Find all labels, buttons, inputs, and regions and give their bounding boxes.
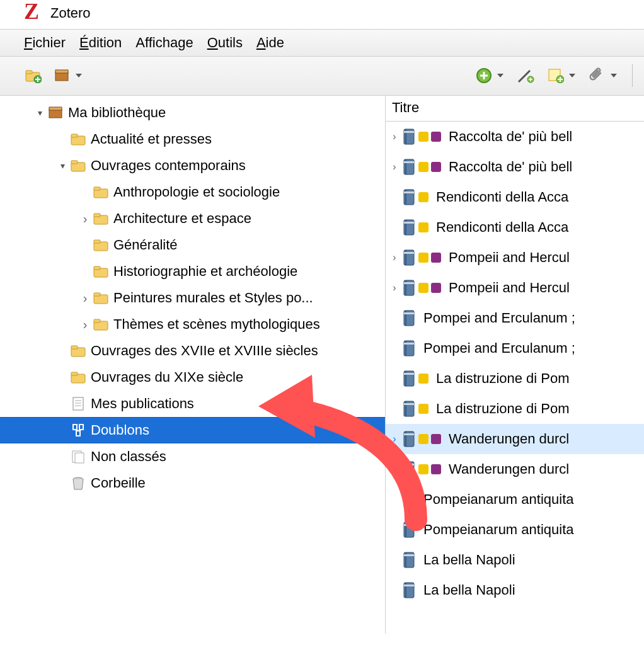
chevron-right-icon[interactable]: › — [79, 292, 91, 304]
item-title: Pompeii and Hercul — [449, 249, 570, 266]
item-row[interactable]: ›Pompei and Erculanum ; — [386, 333, 644, 363]
tree-row[interactable]: Doublons — [0, 417, 385, 443]
menu-outils[interactable]: Outils — [207, 35, 243, 51]
tag-yellow-icon — [418, 132, 428, 142]
folder-icon — [93, 317, 110, 332]
item-row[interactable]: ›Rendiconti della Acca — [386, 182, 644, 212]
svg-rect-4 — [55, 70, 68, 73]
library-tree: ▾ Ma bibliothèque Actualité et presses▾O… — [0, 96, 386, 634]
menu-fichier[interactable]: Fichier — [24, 35, 66, 51]
chevron-right-icon[interactable]: › — [388, 131, 401, 142]
attach-button[interactable] — [585, 66, 619, 86]
item-row[interactable]: ›Pompeii and Hercul — [386, 273, 644, 303]
svg-rect-91 — [404, 585, 414, 586]
item-row[interactable]: ›La distruzione di Pom — [386, 394, 644, 424]
caret-down-icon — [76, 74, 82, 77]
item-row[interactable]: ›Pompeianarum antiquita — [386, 515, 644, 545]
svg-rect-79 — [404, 464, 414, 465]
tree-label: Ouvrages des XVIIe et XVIIIe siècles — [91, 343, 318, 359]
tree-label: Ouvrages contemporains — [91, 157, 246, 174]
item-row[interactable]: ›La distruzione di Pom — [386, 363, 644, 394]
wand-button[interactable] — [514, 66, 538, 86]
tag-purple-icon — [431, 162, 441, 172]
item-row[interactable]: ›Wanderungen durcl — [386, 454, 644, 484]
tree-label: Peintures murales et Styles po... — [113, 290, 313, 306]
item-row[interactable]: ›Raccolta de' più bell — [386, 152, 644, 182]
item-title: Raccolta de' più bell — [449, 159, 572, 175]
book-icon — [403, 310, 415, 326]
book-icon — [403, 128, 415, 145]
item-row[interactable]: ›Raccolta de' più bell — [386, 122, 644, 152]
tree-label: Ouvrages du XIXe siècle — [91, 369, 243, 385]
menu-affichage[interactable]: Affichage — [135, 35, 193, 51]
tag-yellow-icon — [418, 253, 428, 263]
tag-yellow-icon — [418, 192, 428, 202]
item-title: La bella Napoli — [423, 582, 515, 598]
tree-row-library[interactable]: ▾ Ma bibliothèque — [0, 100, 385, 126]
svg-rect-61 — [404, 282, 414, 284]
tag-purple-icon — [431, 253, 441, 263]
column-header-title[interactable]: Titre — [386, 96, 644, 122]
item-title: La distruzione di Pom — [436, 401, 570, 417]
tree-row[interactable]: Corbeille — [0, 470, 385, 496]
tree-row[interactable]: Actualité et presses — [0, 126, 385, 152]
tree-row[interactable]: ›Architecture et espace — [0, 205, 385, 232]
svg-line-39 — [75, 430, 78, 431]
menu-aide[interactable]: Aide — [256, 35, 284, 51]
new-collection-button[interactable] — [23, 67, 44, 84]
item-row[interactable]: ›La bella Napoli — [386, 575, 644, 605]
tree-row[interactable]: ▾Ouvrages contemporains — [0, 152, 385, 179]
item-title: Pompeii and Hercul — [449, 280, 570, 296]
svg-rect-82 — [404, 494, 414, 496]
tree-row[interactable]: Non classés — [0, 443, 385, 470]
svg-rect-29 — [71, 346, 78, 349]
item-row[interactable]: ›La bella Napoli — [386, 545, 644, 575]
tree-row[interactable]: Généralité — [0, 232, 385, 258]
book-icon — [403, 159, 415, 175]
new-note-button[interactable] — [545, 67, 578, 84]
menu-edition[interactable]: Édition — [79, 35, 122, 51]
library-box-icon — [48, 105, 64, 120]
tree-row[interactable]: ›Thèmes et scènes mythologiques — [0, 311, 385, 338]
chevron-down-icon[interactable]: ▾ — [34, 107, 45, 118]
tree-row[interactable]: Historiographie et archéologie — [0, 258, 385, 285]
item-row[interactable]: ›Rendiconti della Acca — [386, 212, 644, 243]
book-icon — [403, 249, 415, 266]
folder-icon — [93, 211, 110, 226]
item-row[interactable]: ›Pompeianarum antiquita — [386, 484, 644, 515]
tree-row[interactable]: Anthropologie et sociologie — [0, 179, 385, 205]
tag-yellow-icon — [418, 374, 428, 384]
folder-icon — [71, 370, 87, 385]
chevron-right-icon[interactable]: › — [388, 282, 401, 294]
chevron-down-icon[interactable]: ▾ — [57, 160, 68, 171]
item-row[interactable]: ›Wanderungen durcl — [386, 424, 644, 454]
new-item-button[interactable] — [473, 66, 506, 85]
chevron-right-icon[interactable]: › — [79, 319, 91, 330]
book-icon — [403, 522, 415, 538]
item-title: Pompei and Erculanum ; — [423, 340, 575, 357]
tree-label: Historiographie et archéologie — [113, 263, 297, 280]
chevron-right-icon[interactable]: › — [79, 213, 91, 224]
folder-icon — [93, 290, 110, 305]
book-icon — [403, 280, 415, 296]
item-row[interactable]: ›Pompei and Erculanum ; — [386, 303, 644, 333]
caret-down-icon — [497, 74, 503, 77]
svg-rect-19 — [94, 214, 100, 217]
svg-rect-85 — [404, 524, 414, 526]
tree-row[interactable]: Ouvrages du XIXe siècle — [0, 364, 385, 391]
paperclip-icon — [588, 67, 606, 84]
chevron-right-icon[interactable]: › — [388, 161, 401, 173]
chevron-right-icon[interactable]: › — [388, 433, 401, 445]
new-library-button[interactable] — [52, 67, 84, 84]
item-row[interactable]: ›Pompeii and Hercul — [386, 243, 644, 273]
folder-icon — [93, 264, 110, 279]
caret-down-icon — [611, 74, 617, 77]
chevron-right-icon[interactable]: › — [388, 252, 401, 263]
book-icon — [403, 491, 415, 508]
tree-row[interactable]: Ouvrages des XVIIe et XVIIIe siècles — [0, 338, 385, 364]
tree-row[interactable]: Mes publications — [0, 391, 385, 417]
tree-row[interactable]: ›Peintures murales et Styles po... — [0, 285, 385, 311]
trash-icon — [71, 476, 87, 491]
book-icon — [403, 370, 415, 387]
svg-rect-31 — [71, 372, 78, 375]
